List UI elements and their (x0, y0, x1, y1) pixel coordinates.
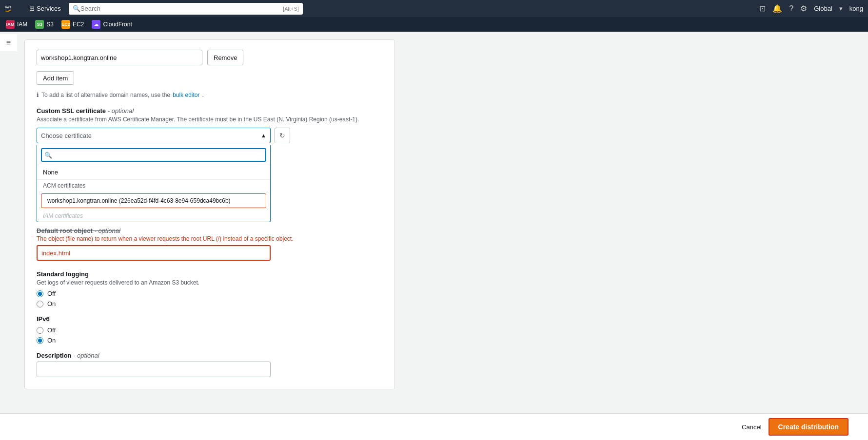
alt-domain-info: ℹ To add a list of alternative domain na… (37, 92, 383, 98)
refresh-certificates-button[interactable]: ↻ (275, 128, 290, 143)
iam-label: IAM (17, 21, 27, 28)
svg-text:aws: aws (5, 5, 11, 9)
ipv6-off-radio[interactable] (37, 327, 43, 334)
cancel-button[interactable]: Cancel (742, 423, 761, 431)
cert-select-placeholder: Choose certificate (41, 132, 92, 139)
ec2-label: EC2 (73, 21, 84, 28)
chevron-up-icon: ▲ (261, 133, 266, 138)
ipv6-on-row[interactable]: On (37, 337, 383, 344)
dropdown-search-input[interactable] (41, 148, 266, 162)
bulk-editor-link[interactable]: bulk editor (173, 92, 199, 98)
ipv6-on-radio[interactable] (37, 337, 43, 344)
remove-domain-button[interactable]: Remove (207, 50, 243, 65)
certificate-select[interactable]: Choose certificate ▲ (37, 128, 271, 143)
ipv6-off-label: Off (47, 326, 56, 334)
alt-domain-text: To add a list of alternative domain name… (41, 92, 170, 98)
domain-name-row: Remove (37, 50, 383, 65)
acm-group-label: ACM certificates (37, 179, 270, 191)
logging-off-row[interactable]: Off (37, 290, 383, 297)
settings-icon-button[interactable]: ⚙ (800, 4, 807, 13)
logging-desc: Get logs of viewer requests delivered to… (37, 279, 383, 286)
shortcuts-bar: IAM IAM S3 S3 EC2 EC2 ☁ CloudFront (0, 17, 868, 32)
help-icon-button[interactable]: ? (789, 4, 793, 13)
create-distribution-button[interactable]: Create distribution (769, 418, 848, 436)
shortcut-iam[interactable]: IAM IAM (6, 20, 27, 29)
bell-icon-button[interactable]: 🔔 (772, 4, 782, 13)
ipv6-title: IPv6 (37, 315, 383, 323)
domain-name-input[interactable] (37, 50, 202, 65)
root-object-section: Default root object - optional The objec… (37, 227, 383, 261)
services-label: Services (37, 5, 61, 12)
shortcut-cloudfront[interactable]: ☁ CloudFront (92, 20, 132, 29)
footer-bar: Cancel Create distribution (0, 413, 868, 440)
description-section: Description - optional (37, 352, 383, 377)
region-selector[interactable]: Global (814, 5, 832, 12)
ipv6-off-row[interactable]: Off (37, 326, 383, 334)
acm-cert-option[interactable]: workshop1.kongtran.online (226ea52d-f4fd… (41, 193, 266, 208)
s3-badge: S3 (35, 20, 44, 29)
iam-group-label: IAM certificates (37, 210, 270, 222)
description-title: Description - optional (37, 352, 383, 359)
user-menu[interactable]: kong (849, 5, 863, 12)
logging-section: Standard logging Get logs of viewer requ… (37, 270, 383, 307)
ssl-section: Custom SSL certificate - optional Associ… (37, 107, 383, 222)
ec2-badge: EC2 (61, 20, 70, 29)
aws-logo[interactable]: aws (5, 3, 23, 14)
dropdown-none-option[interactable]: None (37, 165, 270, 179)
shortcut-s3[interactable]: S3 S3 (35, 20, 54, 29)
root-object-input[interactable] (37, 245, 271, 261)
search-hint: [Alt+S] (283, 6, 299, 12)
root-obj-label-strikethrough: Default root object - optional (37, 227, 383, 234)
alt-domain-period: . (202, 92, 204, 98)
certificate-select-row: Choose certificate ▲ ↻ (37, 128, 383, 143)
logging-off-radio[interactable] (37, 290, 43, 297)
form-card: Remove Add item ℹ To add a list of alter… (24, 39, 395, 389)
dropdown-search-row: 🔍 (37, 145, 270, 165)
description-input[interactable] (37, 362, 271, 377)
logging-off-label: Off (47, 290, 56, 297)
ssl-section-desc: Associate a certificate from AWS Certifi… (37, 116, 383, 123)
sidebar-toggle-button[interactable]: ≡ (0, 34, 17, 51)
main-content: Remove Add item ℹ To add a list of alter… (0, 32, 868, 440)
logging-title: Standard logging (37, 270, 383, 278)
ssl-section-title: Custom SSL certificate - optional (37, 107, 383, 115)
search-input[interactable] (80, 5, 281, 12)
ipv6-section: IPv6 Off On (37, 315, 383, 344)
info-icon: ℹ (37, 92, 39, 98)
shortcut-ec2[interactable]: EC2 EC2 (61, 20, 84, 29)
dropdown-search-wrap: 🔍 (41, 148, 266, 162)
root-obj-desc: The object (file name) to return when a … (37, 235, 383, 242)
services-button[interactable]: ⊞ Services (29, 5, 61, 12)
cloudfront-label: CloudFront (103, 21, 132, 28)
s3-label: S3 (46, 21, 54, 28)
logging-on-label: On (47, 300, 56, 307)
refresh-icon: ↻ (279, 132, 285, 139)
logging-on-row[interactable]: On (37, 300, 383, 307)
cf-badge: ☁ (92, 20, 100, 29)
nav-right-actions: ⊡ 🔔 ? ⚙ Global ▾ kong (759, 4, 863, 13)
ipv6-on-label: On (47, 337, 56, 344)
search-icon: 🔍 (73, 5, 80, 12)
global-search-box[interactable]: 🔍 [Alt+S] (69, 3, 303, 15)
iam-badge: IAM (6, 20, 15, 29)
add-item-button[interactable]: Add item (37, 71, 74, 85)
certificate-dropdown: 🔍 None ACM certificates workshop1.kongtr… (37, 145, 271, 222)
grid-icon: ⊞ (29, 5, 35, 12)
cloud9-icon-button[interactable]: ⊡ (759, 4, 766, 13)
top-navigation: aws ⊞ Services 🔍 [Alt+S] ⊡ 🔔 ? ⚙ Global … (0, 0, 868, 17)
logging-on-radio[interactable] (37, 301, 43, 307)
